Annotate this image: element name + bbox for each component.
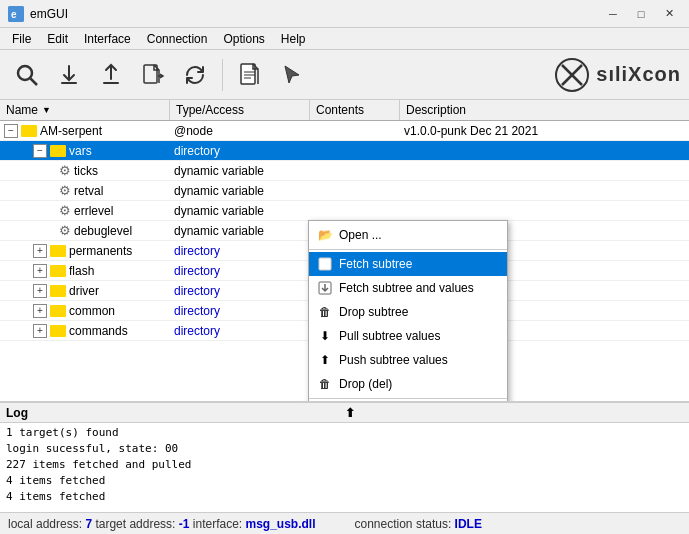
- menu-help[interactable]: Help: [273, 30, 314, 48]
- menu-edit[interactable]: Edit: [39, 30, 76, 48]
- toggle-btn[interactable]: −: [4, 124, 18, 138]
- folder-icon: [50, 145, 66, 157]
- svg-text:e: e: [11, 9, 17, 20]
- toggle-btn[interactable]: +: [33, 264, 47, 278]
- upload-button[interactable]: [92, 56, 130, 94]
- log-header: Log ⬆: [0, 403, 689, 423]
- refresh-button[interactable]: [176, 56, 214, 94]
- log-line: login sucessful, state: 00: [6, 441, 683, 457]
- interface-label: interface:: [189, 517, 245, 531]
- table-row[interactable]: ⚙ errlevel dynamic variable: [0, 201, 689, 221]
- file-out-button[interactable]: [134, 56, 172, 94]
- drop-del-icon: 🗑: [317, 376, 333, 392]
- folder-icon: [21, 125, 37, 137]
- local-addr-label: local address:: [8, 517, 85, 531]
- toolbar-separator: [222, 59, 223, 91]
- connection-status-label: connection status:: [355, 517, 455, 531]
- toggle-btn[interactable]: +: [33, 324, 47, 338]
- download-button[interactable]: [50, 56, 88, 94]
- log-content[interactable]: 1 target(s) found login sucessful, state…: [0, 423, 689, 512]
- table-row[interactable]: − vars directory: [0, 141, 689, 161]
- log-line: 4 items fetched: [6, 473, 683, 489]
- interface-value: msg_usb.dll: [245, 517, 315, 531]
- title-bar: e emGUI ─ □ ✕: [0, 0, 689, 28]
- status-right: connection status: IDLE: [335, 517, 682, 531]
- fetch-values-icon: [317, 280, 333, 296]
- close-button[interactable]: ✕: [657, 4, 681, 24]
- open-folder-icon: 📂: [317, 227, 333, 243]
- ctx-drop-subtree[interactable]: 🗑 Drop subtree: [309, 300, 507, 324]
- ctx-copy-vars[interactable]: 📋 Copy variables (ctrl+c): [309, 401, 507, 402]
- connection-status-value: IDLE: [455, 517, 482, 531]
- title-text: emGUI: [30, 7, 601, 21]
- svg-rect-6: [144, 65, 157, 83]
- menu-connection[interactable]: Connection: [139, 30, 216, 48]
- pull-icon: ⬇: [317, 328, 333, 344]
- gear-icon: ⚙: [59, 183, 71, 198]
- col-type-header[interactable]: Type/Access: [170, 100, 310, 120]
- gear-icon: ⚙: [59, 203, 71, 218]
- folder-icon: [50, 305, 66, 317]
- minimize-button[interactable]: ─: [601, 4, 625, 24]
- toggle-btn[interactable]: −: [33, 144, 47, 158]
- maximize-button[interactable]: □: [629, 4, 653, 24]
- ctx-separator2: [309, 398, 507, 399]
- folder-icon: [50, 245, 66, 257]
- col-description-header[interactable]: Description: [400, 100, 689, 120]
- status-bar: local address: 7 target address: -1 inte…: [0, 512, 689, 534]
- gear-icon: ⚙: [59, 223, 71, 238]
- table-row[interactable]: ⚙ ticks dynamic variable: [0, 161, 689, 181]
- log-collapse-icon[interactable]: ⬆: [345, 406, 684, 420]
- menu-options[interactable]: Options: [215, 30, 272, 48]
- log-line: 227 items fetched and pulled: [6, 457, 683, 473]
- drop-subtree-icon: 🗑: [317, 304, 333, 320]
- svg-rect-5: [103, 82, 119, 84]
- status-left: local address: 7 target address: -1 inte…: [8, 517, 335, 531]
- target-addr-label: target address:: [92, 517, 179, 531]
- table-row[interactable]: ⚙ retval dynamic variable: [0, 181, 689, 201]
- menu-file[interactable]: File: [4, 30, 39, 48]
- tree-table[interactable]: Name ▼ Type/Access Contents Description …: [0, 100, 689, 402]
- context-menu: 📂 Open ... Fetch subtree Fetch subtree a…: [308, 220, 508, 402]
- gear-icon: ⚙: [59, 163, 71, 178]
- ctx-open[interactable]: 📂 Open ...: [309, 223, 507, 247]
- ctx-fetch-subtree[interactable]: Fetch subtree: [309, 252, 507, 276]
- folder-icon: [50, 265, 66, 277]
- menu-interface[interactable]: Interface: [76, 30, 139, 48]
- svg-line-3: [31, 78, 38, 85]
- target-addr-value: -1: [179, 517, 190, 531]
- push-icon: ⬆: [317, 352, 333, 368]
- window-controls: ─ □ ✕: [601, 4, 681, 24]
- logo-area: sıliXcon: [554, 57, 681, 93]
- folder-icon: [50, 285, 66, 297]
- col-name-header[interactable]: Name ▼: [0, 100, 170, 120]
- logo-text: sıliXcon: [596, 63, 681, 86]
- app-icon: e: [8, 6, 24, 22]
- log-line: 1 target(s) found: [6, 425, 683, 441]
- ctx-drop-del[interactable]: 🗑 Drop (del): [309, 372, 507, 396]
- folder-icon: [50, 325, 66, 337]
- log-title: Log: [6, 406, 345, 420]
- toggle-btn[interactable]: +: [33, 304, 47, 318]
- ctx-push-subtree[interactable]: ⬆ Push subtree values: [309, 348, 507, 372]
- main-area: Name ▼ Type/Access Contents Description …: [0, 100, 689, 512]
- svg-point-2: [18, 66, 32, 80]
- ctx-fetch-subtree-values[interactable]: Fetch subtree and values: [309, 276, 507, 300]
- log-panel: Log ⬆ 1 target(s) found login sucessful,…: [0, 402, 689, 512]
- log-line: 4 items fetched: [6, 489, 683, 505]
- silix-logo-icon: [554, 57, 590, 93]
- table-row[interactable]: − AM-serpent @node v1.0.0-punk Dec 21 20…: [0, 121, 689, 141]
- toggle-btn[interactable]: +: [33, 284, 47, 298]
- fetch-icon: [317, 256, 333, 272]
- search-button[interactable]: [8, 56, 46, 94]
- menu-bar: File Edit Interface Connection Options H…: [0, 28, 689, 50]
- col-contents-header[interactable]: Contents: [310, 100, 400, 120]
- table-header: Name ▼ Type/Access Contents Description: [0, 100, 689, 121]
- ctx-separator: [309, 249, 507, 250]
- svg-rect-4: [61, 82, 77, 84]
- document-button[interactable]: [231, 56, 269, 94]
- ctx-pull-subtree[interactable]: ⬇ Pull subtree values: [309, 324, 507, 348]
- cursor-button[interactable]: [273, 56, 311, 94]
- toggle-btn[interactable]: +: [33, 244, 47, 258]
- toolbar: sıliXcon: [0, 50, 689, 100]
